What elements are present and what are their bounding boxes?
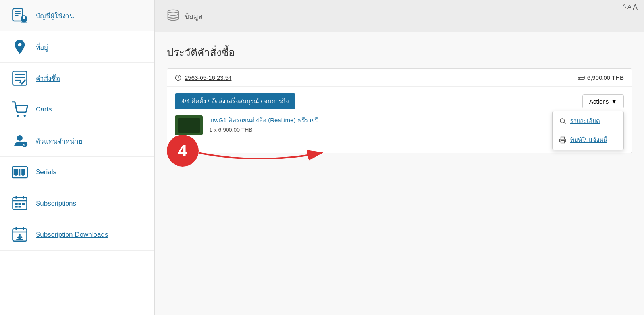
user-account-icon (8, 7, 32, 24)
order-total-text: 6,900.00 THB (587, 74, 624, 81)
subscription-downloads-icon (8, 227, 32, 243)
order-body: 4/4 ติดตั้ง / จัดส่ง เสร็จสมบูรณ์ / จบภา… (167, 87, 632, 153)
sidebar-item-subscription-downloads[interactable]: Subscription Downloads (0, 219, 154, 251)
sidebar-label-affiliate: ตัวแทนจำหน่าย (36, 136, 83, 146)
print-icon (559, 136, 566, 144)
actions-button[interactable]: Actions ▼ (582, 94, 624, 108)
info-icon (167, 9, 179, 23)
clock-icon (175, 75, 181, 81)
sidebar-item-carts[interactable]: Carts (0, 94, 154, 125)
subscriptions-icon (8, 195, 32, 212)
layout: บัญชีผู้ใช้งาน ที่อยู่ (0, 0, 644, 315)
location-icon (8, 38, 32, 55)
search-icon (559, 117, 566, 125)
sidebar-item-serials[interactable]: Serials (0, 157, 154, 188)
font-large[interactable]: A (633, 3, 638, 12)
sidebar-label-subscriptions: Subscriptions (36, 200, 76, 207)
svg-rect-30 (22, 203, 25, 205)
main-content: ข้อมูล ประวัติคำสั่งซื้อ 2563-05-16 23:5… (155, 0, 644, 315)
order-date[interactable]: 2563-05-16 23:54 (175, 74, 231, 81)
order-header: 2563-05-16 23:54 6,900.00 THB (167, 69, 632, 87)
actions-dropdown: รายละเอียด พิมพ์ใบแจ้งหนี้ (552, 111, 624, 150)
actions-label: Actions (589, 98, 609, 105)
product-qty: 1 x 6,900.00 THB (209, 127, 556, 133)
actions-container: Actions ▼ รายละเอียด (582, 94, 624, 108)
sidebar-label-orders: คำสั่งซื้อ (36, 73, 60, 84)
svg-rect-7 (13, 71, 27, 85)
svg-point-11 (17, 115, 19, 117)
svg-line-45 (564, 122, 565, 124)
order-status-row: 4/4 ติดตั้ง / จัดส่ง เสร็จสมบูรณ์ / จบภา… (175, 93, 624, 109)
sidebar-item-orders[interactable]: คำสั่งซื้อ (0, 63, 154, 94)
sidebar-label-address: ที่อยู่ (36, 42, 48, 52)
order-total: 6,900.00 THB (578, 74, 624, 81)
svg-rect-31 (15, 206, 18, 207)
sidebar-item-affiliate[interactable]: $ ตัวแทนจำหน่าย (0, 125, 154, 157)
dropdown-detail-label: รายละเอียด (570, 116, 600, 126)
product-info: InwG1 ติดรถยนต์ 4ล้อ (Realtime) ฟรีรายปี… (209, 115, 556, 133)
order-date-text: 2563-05-16 23:54 (185, 74, 231, 81)
svg-point-44 (560, 119, 565, 123)
dropdown-item-detail[interactable]: รายละเอียด (553, 111, 623, 131)
svg-point-13 (17, 135, 23, 141)
svg-point-39 (168, 10, 179, 13)
svg-rect-42 (578, 77, 584, 78)
orders-icon (8, 70, 32, 86)
svg-point-5 (23, 16, 25, 19)
cart-icon (8, 101, 32, 118)
info-bar: ข้อมูล (155, 0, 644, 32)
dropdown-print-label: พิมพ์ใบแจ้งหนี้ (570, 135, 607, 145)
serials-icon (8, 164, 32, 181)
sidebar-item-address[interactable]: ที่อยู่ (0, 31, 154, 63)
sidebar-label-account: บัญชีผู้ใช้งาน (36, 10, 74, 21)
font-size-controls[interactable]: A A A (623, 3, 638, 12)
product-name[interactable]: InwG1 ติดรถยนต์ 4ล้อ (Realtime) ฟรีรายปี (209, 115, 556, 125)
svg-text:$: $ (23, 143, 25, 147)
sidebar: บัญชีผู้ใช้งาน ที่อยู่ (0, 0, 155, 315)
info-bar-text: ข้อมูล (184, 10, 202, 22)
product-image-inner (178, 118, 200, 133)
content-area: ประวัติคำสั่งซื้อ 2563-05-16 23:54 (155, 32, 644, 165)
product-image (175, 115, 203, 135)
status-badge: 4/4 ติดตั้ง / จัดส่ง เสร็จสมบูรณ์ / จบภา… (175, 93, 295, 109)
card-icon (578, 75, 585, 81)
sidebar-label-carts: Carts (36, 106, 52, 113)
font-medium[interactable]: A (627, 3, 631, 12)
svg-rect-43 (578, 78, 580, 79)
svg-point-6 (18, 43, 22, 46)
sidebar-label-subscription-downloads: Subscription Downloads (36, 231, 108, 239)
order-card: 2563-05-16 23:54 6,900.00 THB 4/4 (167, 68, 632, 153)
affiliate-icon: $ (8, 133, 32, 149)
sidebar-item-account[interactable]: บัญชีผู้ใช้งาน (0, 0, 154, 31)
svg-point-12 (24, 115, 26, 117)
chevron-down-icon: ▼ (611, 98, 617, 105)
font-small[interactable]: A (623, 3, 626, 12)
svg-rect-29 (19, 203, 21, 205)
svg-rect-46 (561, 140, 565, 143)
sidebar-label-serials: Serials (36, 168, 56, 176)
dropdown-item-print[interactable]: พิมพ์ใบแจ้งหนี้ (553, 131, 623, 150)
svg-rect-28 (15, 203, 18, 205)
page-title: ประวัติคำสั่งซื้อ (167, 44, 632, 60)
svg-rect-32 (19, 206, 21, 207)
sidebar-item-subscriptions[interactable]: Subscriptions (0, 188, 154, 219)
